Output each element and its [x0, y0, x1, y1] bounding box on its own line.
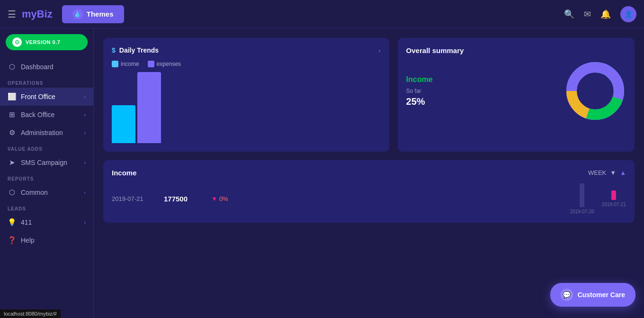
url-text: localhost:8080/mybiz/# [4, 311, 57, 317]
mail-icon[interactable]: ✉ [584, 9, 591, 19]
income-change: ▼ 0% [211, 195, 228, 202]
week-selector[interactable]: WEEK ▼ ▲ [588, 169, 626, 176]
url-bar: localhost:8080/mybiz/# [0, 309, 61, 318]
sidebar-item-common[interactable]: ⬡ Common ‹ [0, 183, 93, 201]
income-bar [112, 105, 135, 143]
nav-right: 🔍 ✉ 🔔 👤 [564, 6, 636, 22]
summary-body: Income So far 25% [406, 60, 626, 122]
sidebar-item-411[interactable]: 💡 411 ‹ [0, 213, 93, 231]
donut-chart [564, 60, 626, 122]
sidebar-item-front-office[interactable]: ⬜ Front Office ‹ [0, 88, 93, 106]
common-icon: ⬡ [8, 188, 16, 197]
dropdown-icon: ▼ [610, 169, 616, 176]
income-label: Income [406, 75, 433, 84]
section-label-reports: REPORTS [0, 172, 93, 183]
customer-care-button[interactable]: 💬 Customer Care [550, 283, 635, 307]
body-container: ⊙ VERSION 0.7 ⬡ Dashboard OPERATIONS ⬜ F… [0, 28, 644, 318]
income-dot [112, 61, 118, 67]
github-icon: ⊙ [12, 37, 22, 47]
sidebar-item-back-office[interactable]: ⊞ Back Office ‹ [0, 106, 93, 124]
help-icon: ❓ [8, 236, 16, 245]
sidebar-item-help[interactable]: ❓ Help [0, 231, 93, 249]
sidebar-item-label: SMS Campaign [21, 159, 67, 166]
front-office-icon: ⬜ [8, 92, 16, 101]
so-far-label: So far [406, 88, 433, 94]
overall-summary-card: Overall summary Income So far 25% [398, 38, 635, 152]
income-title: Income [112, 169, 137, 177]
chevron-icon: ‹ [84, 160, 86, 165]
sidebar: ⊙ VERSION 0.7 ⬡ Dashboard OPERATIONS ⬜ F… [0, 28, 94, 318]
income-date: 2019-07-21 [112, 195, 154, 202]
sidebar-item-dashboard[interactable]: ⬡ Dashboard [0, 58, 93, 76]
expenses-bar [137, 72, 161, 143]
mini-bar-curr: 2019-07-21 [602, 191, 626, 207]
mini-date-curr: 2019-07-21 [602, 202, 626, 207]
sidebar-item-label: Back Office [21, 111, 54, 118]
themes-tab[interactable]: 💧 Themes [62, 5, 124, 23]
chevron-icon: ‹ [84, 219, 86, 225]
leads-icon: 💡 [8, 218, 16, 227]
logo: myBiz [22, 8, 53, 20]
dashboard-icon: ⬡ [8, 63, 16, 71]
daily-trends-title: Daily Trends [119, 46, 159, 54]
hamburger-icon[interactable]: ☰ [8, 9, 16, 20]
sidebar-item-administration[interactable]: ⚙ Administration ‹ [0, 124, 93, 142]
mini-bar-element-curr [611, 191, 616, 200]
down-arrow-icon: ▼ [211, 195, 217, 202]
version-button[interactable]: ⊙ VERSION 0.7 [6, 34, 88, 50]
donut-svg [564, 60, 626, 122]
administration-icon: ⚙ [8, 128, 16, 137]
chevron-icon: ‹ [84, 112, 86, 118]
overall-summary-title: Overall summary [406, 46, 626, 55]
bar-group [112, 72, 161, 143]
daily-trends-card: $ Daily Trends › income expenses [103, 38, 389, 152]
mini-bar-element [580, 183, 584, 207]
sidebar-item-label: 411 [21, 218, 32, 226]
income-section: Income WEEK ▼ ▲ 2019-07-21 177500 ▼ 0% [103, 160, 635, 223]
week-label: WEEK [588, 169, 606, 176]
top-row: $ Daily Trends › income expenses [103, 38, 635, 152]
mini-bar-prev: 2019-07-20 [570, 183, 594, 214]
section-label-value-adds: VALUE ADDS [0, 142, 93, 154]
income-row: 2019-07-21 177500 ▼ 0% 2019-07-20 2019-0… [112, 183, 626, 214]
search-icon[interactable]: 🔍 [564, 9, 574, 19]
income-info: Income So far 25% [406, 75, 433, 107]
card-title: $ Daily Trends [112, 46, 159, 54]
bar-chart [112, 67, 381, 143]
sms-campaign-icon: ➤ [8, 158, 16, 167]
customer-care-icon: 💬 [561, 289, 573, 301]
mini-chart: 2019-07-20 2019-07-21 [570, 183, 626, 214]
percentage-value: 25% [406, 96, 433, 107]
income-header: Income WEEK ▼ ▲ [112, 169, 626, 177]
sidebar-item-label: Administration [21, 129, 63, 136]
top-nav: ☰ myBiz 💧 Themes 🔍 ✉ 🔔 👤 [0, 0, 644, 28]
income-amount: 177500 [164, 195, 202, 203]
sidebar-item-sms-campaign[interactable]: ➤ SMS Campaign ‹ [0, 154, 93, 172]
sidebar-item-label: Help [21, 236, 35, 244]
legend-income: income [112, 61, 139, 67]
themes-label: Themes [87, 10, 114, 18]
section-label-operations: OPERATIONS [0, 76, 93, 88]
bell-icon[interactable]: 🔔 [600, 9, 611, 19]
customer-care-label: Customer Care [578, 291, 625, 299]
chevron-icon: ‹ [84, 190, 86, 195]
mini-date-prev: 2019-07-20 [570, 209, 594, 214]
themes-drop-icon: 💧 [72, 9, 83, 19]
sidebar-item-label: Front Office [21, 93, 55, 100]
back-office-icon: ⊞ [8, 110, 16, 119]
chevron-icon: ‹ [84, 130, 86, 136]
income-label: income [121, 61, 139, 67]
card-chevron-icon[interactable]: › [378, 47, 380, 54]
main-content: $ Daily Trends › income expenses [94, 28, 644, 318]
avatar[interactable]: 👤 [620, 6, 636, 22]
sidebar-item-label: Common [21, 189, 48, 196]
collapse-icon[interactable]: ▲ [620, 169, 626, 176]
version-label: VERSION 0.7 [26, 39, 60, 45]
chart-legend: income expenses [112, 61, 381, 67]
expenses-label: expenses [157, 61, 181, 67]
change-value: 0% [219, 195, 228, 202]
expenses-dot [148, 61, 154, 67]
sidebar-item-label: Dashboard [21, 63, 54, 71]
chevron-icon: ‹ [84, 94, 86, 100]
card-header: $ Daily Trends › [112, 46, 381, 54]
